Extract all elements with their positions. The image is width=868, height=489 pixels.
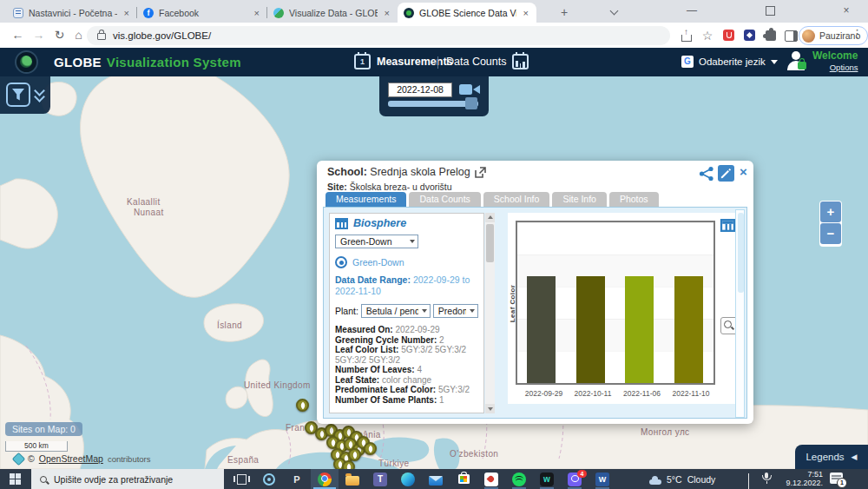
tabs-list: Nastavnici - Početna – e-Škole×Facebook×…	[7, 3, 536, 23]
side-panel-icon[interactable]	[783, 28, 799, 43]
edit-button[interactable]	[718, 165, 734, 182]
window-chevron-icon[interactable]	[601, 0, 627, 21]
taskbar-app-task-view[interactable]	[227, 469, 255, 489]
content-scrollbar[interactable]	[735, 209, 745, 418]
scroll-up-icon[interactable]	[485, 213, 495, 222]
plant-row: Plant: Betula / pendula Predomina	[335, 304, 478, 318]
chart-x-axis-labels: 2022-09-292022-10-112022-11-062022-11-10	[519, 389, 715, 400]
taskbar-app-word[interactable]	[589, 469, 616, 489]
language-selector[interactable]: G Odaberite jezik	[681, 56, 778, 68]
taskbar-app-mail[interactable]	[422, 469, 450, 489]
tab-close-icon[interactable]: ×	[383, 8, 391, 18]
tab-close-icon[interactable]: ×	[522, 8, 530, 18]
tab-photos[interactable]: Photos	[609, 192, 659, 207]
taskbar-search[interactable]: Upišite ovdje za pretraživanje	[31, 469, 224, 489]
chart-bar[interactable]	[527, 276, 556, 383]
radio-selected-icon[interactable]	[335, 256, 347, 268]
browser-tab[interactable]: Nastavnici - Početna – e-Škole×	[7, 3, 137, 23]
collapse-chevrons-icon[interactable]	[35, 87, 43, 101]
tab-school-info[interactable]: School Info	[483, 192, 550, 207]
weather-temp: 5°C	[667, 474, 682, 485]
content-scrollbar-thumb[interactable]	[738, 213, 744, 293]
options-link[interactable]: Options	[830, 63, 858, 72]
share-page-icon[interactable]	[678, 28, 694, 43]
back-button[interactable]: ←	[9, 26, 27, 44]
tab-data-counts[interactable]: Data Counts	[409, 192, 480, 207]
reload-button[interactable]: ↻	[50, 26, 69, 44]
nav-data-counts[interactable]: Data Counts	[446, 54, 529, 69]
external-link-icon[interactable]	[475, 167, 486, 178]
plant-species-select[interactable]: Betula / pendula	[361, 304, 431, 318]
url-text: vis.globe.gov/GLOBE/	[113, 30, 211, 41]
browser-tab[interactable]: Facebook×	[137, 3, 267, 23]
chart-bar[interactable]	[576, 276, 605, 383]
map-country-label: España	[227, 455, 259, 465]
taskbar-app-cortana[interactable]	[255, 469, 283, 489]
taskbar-app-viber[interactable]: 4	[561, 469, 589, 489]
date-slider-handle[interactable]	[465, 97, 477, 109]
home-button[interactable]: ⌂	[69, 26, 88, 44]
adblock-extension-icon[interactable]	[721, 28, 737, 43]
facebook-favicon-icon	[143, 8, 154, 18]
browser-tab[interactable]: Visualize Data - GLOBE.gov×	[267, 3, 398, 23]
taskbar-app-edge[interactable]	[394, 469, 422, 489]
window-maximize-button[interactable]	[757, 0, 783, 21]
tab-site-info[interactable]: Site Info	[552, 192, 607, 207]
extension-icon[interactable]	[742, 28, 758, 43]
taskbar-app-pinned-p[interactable]: P	[283, 469, 311, 489]
measurement-line: Number Of Leaves: 4	[335, 365, 478, 375]
tab-close-icon[interactable]: ×	[253, 8, 261, 18]
scroll-down-icon[interactable]	[485, 404, 495, 413]
nav-measurements-label: Measurements	[377, 56, 453, 68]
window-minimize-button[interactable]: —	[679, 0, 705, 21]
animate-camera-icon[interactable]	[458, 83, 481, 96]
measurements-scrollbar[interactable]	[485, 213, 495, 413]
weather-widget[interactable]: 5°C Cloudy	[649, 469, 715, 489]
plant-filter-select[interactable]: Predomina	[433, 304, 478, 318]
address-bar[interactable]: vis.globe.gov/GLOBE/	[87, 26, 670, 45]
chart-bar[interactable]	[625, 276, 654, 383]
chart-data-table-icon[interactable]	[720, 219, 735, 232]
zoom-out-button[interactable]: −	[820, 223, 841, 244]
word-icon	[595, 472, 609, 486]
filter-button[interactable]	[6, 83, 30, 107]
taskbar-app-store[interactable]	[450, 469, 477, 489]
site-marker[interactable]	[348, 448, 361, 461]
globe-logo[interactable]	[15, 50, 38, 74]
window-close-button[interactable]: ×	[833, 0, 859, 21]
browser-menu-icon[interactable]: ⋮	[852, 27, 863, 40]
taskbar-app-tracker[interactable]	[477, 469, 505, 489]
site-marker[interactable]	[364, 442, 377, 455]
extensions-puzzle-icon[interactable]	[763, 28, 779, 43]
date-input[interactable]: 2022-12-08	[388, 83, 452, 97]
openstreetmap-link[interactable]: OpenStreetMap	[39, 453, 103, 464]
legends-button[interactable]: Legends ◀	[795, 445, 868, 469]
notification-center-icon[interactable]: 1	[830, 472, 843, 484]
forward-button[interactable]: →	[30, 26, 48, 44]
measurement-entry: Measured On: 2022-09-29Greening Cycle Nu…	[335, 325, 478, 405]
start-button[interactable]	[0, 469, 31, 489]
protocol-select[interactable]: Green-Down	[335, 235, 418, 248]
tab-measurements[interactable]: Measurements	[326, 192, 406, 207]
taskbar-app-spotify[interactable]	[505, 469, 533, 489]
chart-bar[interactable]	[674, 276, 703, 383]
new-tab-button[interactable]: +	[556, 3, 573, 21]
taskbar-app-webex[interactable]	[533, 469, 561, 489]
microphone-tray-icon[interactable]	[765, 472, 768, 479]
browser-tab[interactable]: GLOBE Science Data Visualizatio×	[398, 3, 536, 23]
taskbar-clock[interactable]: 7:51 9.12.2022.	[778, 471, 823, 487]
site-marker[interactable]	[296, 399, 309, 412]
bookmark-star-icon[interactable]: ☆	[700, 28, 715, 43]
scrollbar-thumb[interactable]	[486, 224, 494, 262]
tab-close-icon[interactable]: ×	[122, 8, 131, 18]
measurement-line: Measured On: 2022-09-29	[335, 325, 478, 335]
tray-expand-icon[interactable]	[748, 474, 749, 489]
user-box[interactable]: Welcome Options	[786, 50, 858, 73]
popup-close-icon[interactable]: ×	[740, 164, 747, 179]
school-name: Srednja skola Prelog	[370, 166, 470, 178]
taskbar-app-teams[interactable]	[366, 469, 394, 489]
zoom-in-button[interactable]: +	[820, 202, 841, 222]
taskbar-app-chrome[interactable]	[311, 469, 339, 489]
taskbar-app-file-explorer[interactable]	[339, 469, 366, 489]
share-icon[interactable]	[699, 166, 714, 182]
